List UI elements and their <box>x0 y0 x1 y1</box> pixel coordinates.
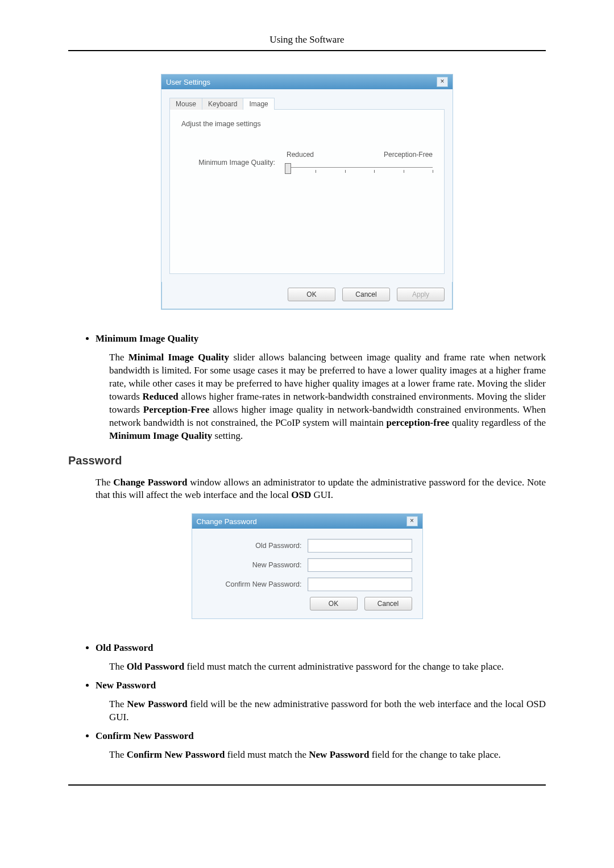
page-header: Using the Software <box>68 34 546 51</box>
confirm-password-paragraph: The Confirm New Password field must matc… <box>109 749 546 762</box>
new-password-heading: New Password <box>96 679 546 692</box>
cancel-button[interactable]: Cancel <box>364 597 412 610</box>
tab-image[interactable]: Image <box>243 98 274 110</box>
new-password-field[interactable] <box>308 558 412 572</box>
confirm-password-label: Confirm New Password: <box>202 580 308 588</box>
tab-mouse[interactable]: Mouse <box>169 98 202 110</box>
password-intro: The Change Password window allows an adm… <box>96 476 546 502</box>
tab-keyboard[interactable]: Keyboard <box>202 98 243 110</box>
cancel-button[interactable]: Cancel <box>342 288 390 301</box>
close-icon[interactable]: × <box>406 516 418 526</box>
apply-button: Apply <box>397 288 445 301</box>
change-password-dialog: Change Password × Old Password: New Pass… <box>192 513 423 619</box>
quality-slider[interactable] <box>287 162 433 175</box>
old-password-field[interactable] <box>308 539 412 553</box>
old-password-heading: Old Password <box>96 642 546 655</box>
miq-paragraph: The Minimal Image Quality slider allows … <box>109 351 546 443</box>
old-password-label: Old Password: <box>202 542 308 550</box>
slider-left-label: Reduced <box>287 151 314 159</box>
confirm-password-heading: Confirm New Password <box>96 730 546 743</box>
confirm-password-field[interactable] <box>308 578 412 591</box>
password-section-heading: Password <box>68 454 546 467</box>
new-password-paragraph: The New Password field will be the new a… <box>109 698 546 724</box>
ok-button[interactable]: OK <box>310 597 358 610</box>
user-settings-dialog: User Settings × Mouse Keyboard Image Adj… <box>161 74 453 310</box>
miq-heading: Minimum Image Quality <box>96 333 546 346</box>
close-icon[interactable]: × <box>437 77 448 87</box>
image-settings-description: Adjust the image settings <box>181 120 433 128</box>
slider-thumb[interactable] <box>285 163 291 174</box>
user-settings-title: User Settings <box>166 78 210 86</box>
slider-right-label: Perception-Free <box>384 151 433 159</box>
min-image-quality-label: Minimum Image Quality: <box>181 159 287 167</box>
ok-button[interactable]: OK <box>288 288 335 301</box>
change-password-title: Change Password <box>197 517 257 526</box>
footer-rule <box>68 784 546 786</box>
old-password-paragraph: The Old Password field must match the cu… <box>109 661 546 674</box>
new-password-label: New Password: <box>202 561 308 569</box>
